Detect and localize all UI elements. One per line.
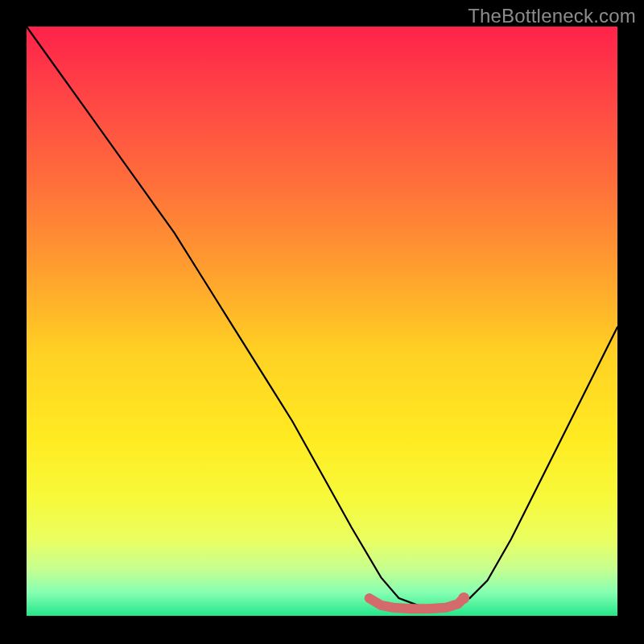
optimal-point-marker [458, 592, 469, 604]
chart-wrapper: TheBottleneck.com [0, 0, 644, 644]
optimal-band [369, 598, 464, 609]
chart-svg [27, 27, 617, 616]
bottleneck-curve [27, 27, 617, 608]
watermark-text: TheBottleneck.com [468, 5, 636, 27]
